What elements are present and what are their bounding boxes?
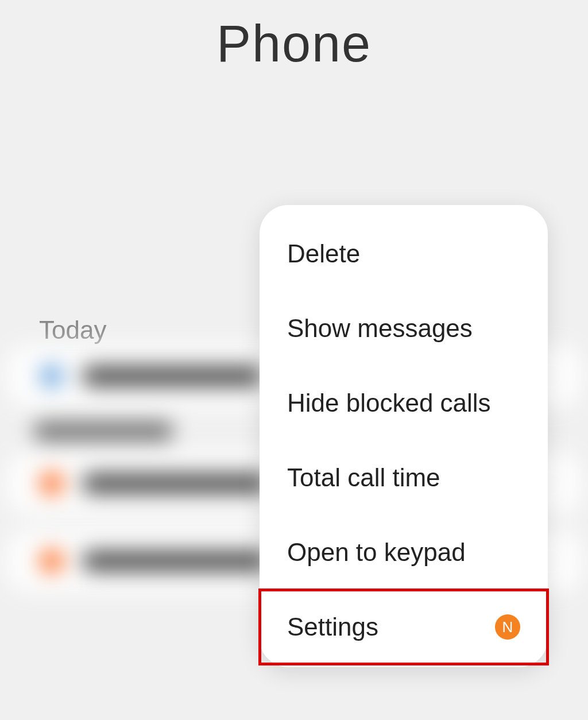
menu-item-label: Settings bbox=[287, 613, 378, 641]
call-number-blurred bbox=[83, 473, 267, 494]
menu-item-hide-blocked-calls[interactable]: Hide blocked calls bbox=[260, 366, 548, 440]
menu-item-label: Show messages bbox=[287, 314, 473, 343]
menu-item-total-call-time[interactable]: Total call time bbox=[260, 440, 548, 515]
menu-item-open-to-keypad[interactable]: Open to keypad bbox=[260, 515, 548, 590]
menu-item-delete[interactable]: Delete bbox=[260, 216, 548, 291]
date-section-blurred bbox=[34, 422, 172, 440]
new-badge: N bbox=[495, 614, 520, 640]
menu-item-show-messages[interactable]: Show messages bbox=[260, 291, 548, 366]
options-menu: Delete Show messages Hide blocked calls … bbox=[260, 205, 548, 667]
menu-item-label: Delete bbox=[287, 239, 360, 268]
call-number-blurred bbox=[83, 551, 267, 571]
call-number-blurred bbox=[83, 366, 261, 386]
page-title: Phone bbox=[0, 14, 588, 73]
call-type-icon bbox=[40, 365, 63, 388]
call-type-icon bbox=[40, 472, 63, 495]
call-type-icon bbox=[40, 549, 63, 572]
menu-item-label: Total call time bbox=[287, 463, 440, 492]
menu-item-label: Open to keypad bbox=[287, 538, 466, 567]
section-today-label: Today bbox=[39, 316, 106, 344]
menu-item-settings[interactable]: Settings N bbox=[260, 590, 548, 664]
menu-item-label: Hide blocked calls bbox=[287, 389, 491, 417]
